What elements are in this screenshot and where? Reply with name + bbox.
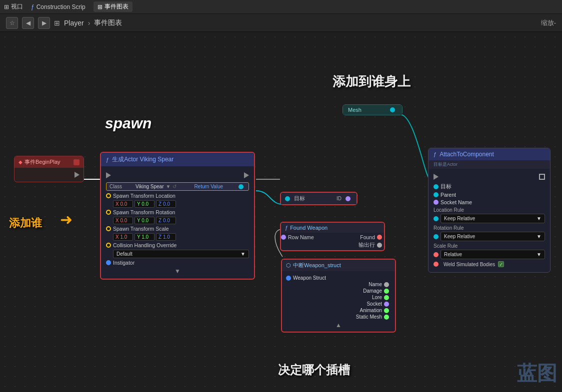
attach-target-row: 目标 [434,183,545,190]
loc-z: Z 0.0 [156,200,176,208]
struct-body: Weapon Struct Name Damage Lore Socket An… [282,271,395,332]
begin-play-title: 事件BeginPlay [24,158,60,166]
loc-y: Y 0.0 [134,200,154,208]
scale-rule-row: Relative ▼ [434,250,545,259]
bookmark-button[interactable]: ☆ [6,17,18,29]
output-label: 输出行 [358,242,375,249]
location-pin [106,193,111,198]
static-mesh-pin [384,315,389,320]
location-rule-dropdown[interactable]: Keep Relative ▼ [440,214,545,223]
title-bar: ⊞ 视口 ƒ Construction Scrip ⊞ 事件图表 [0,0,562,14]
spawn-exec-out [244,172,249,178]
rotation-pin [106,210,111,215]
node-found-weapon[interactable]: ƒ Found Weapon Row Name Found 输出行 [280,222,385,251]
struct-expand[interactable]: ▲ [286,322,391,329]
struct-input-label: Weapon Struct [293,275,326,281]
attach-parent-pin [434,192,438,197]
struct-damage-label: Damage [363,288,382,294]
spawn-rotation-row: Spawn Transform Rotation [106,209,249,215]
script-tab[interactable]: ƒ Construction Scrip [31,3,86,10]
node-spawn[interactable]: ƒ 生成Actor Viking Spear Class Viking Spea… [100,152,255,280]
rotation-rule-dropdown[interactable]: Keep Relative ▼ [440,232,545,241]
spawn-rotation-label: Spawn Transform Rotation [113,209,175,215]
spawn-exec-in [106,172,111,178]
target-id-label: ID [336,196,342,201]
spawn-collision-label: Collision Handling Override [113,242,176,248]
decide-slot-annotation: 决定哪个插槽 [278,362,350,378]
damage-pin [384,289,389,294]
rot-x: X 0.0 [113,217,133,224]
expand-arrow[interactable]: ▼ [106,268,249,275]
rotation-rule-pin [434,234,438,239]
mesh-output-pin [390,107,395,112]
struct-anim-row: Animation [286,308,391,313]
row-name-pin [281,235,286,240]
spawn-scale-label: Spawn Transform Scale [113,226,168,232]
rot-y: Y 0.0 [134,217,154,224]
spawn-exec-row [106,170,249,180]
node-begin-play[interactable]: ◆ 事件BeginPlay [14,156,84,182]
event-tab[interactable]: ⊞ 事件图表 [94,1,132,12]
weld-checkbox[interactable]: ✓ [498,261,504,267]
struct-input-row: Weapon Struct [286,275,391,281]
spawn-location-row: Spawn Transform Location [106,193,249,199]
collision-dropdown[interactable]: Default ▼ [113,250,249,258]
found-weapon-header: ƒ Found Weapon [281,223,384,233]
struct-lore-label: Lore [372,295,382,300]
begin-play-header: ◆ 事件BeginPlay [14,156,84,168]
scale-rule-pin [434,252,438,257]
mesh-title: Mesh [348,107,362,113]
location-rule-row: Keep Relative ▼ [434,214,545,223]
anim-pin [384,308,389,313]
struct-name-label: Name [368,282,382,287]
attach-header: ƒ AttachToComponent [428,148,550,160]
node-target[interactable]: 目标 ID [280,192,358,205]
found-row-name: Row Name Found [281,234,384,240]
struct-header: ⬡ 中断Weapon_struct [282,260,395,271]
scale-rule-dropdown[interactable]: Relative ▼ [440,250,545,259]
back-button[interactable]: ◀ [22,17,34,29]
weld-row: Weld Simulated Bodies ✓ [434,261,545,267]
rotation-rule-row: Keep Relative ▼ [434,232,545,241]
target-input-pin [285,196,290,201]
struct-socket-label: Socket [366,301,382,307]
node-attach[interactable]: ƒ AttachToComponent 目标是Actor 目标 Parent [428,148,550,273]
grid-icon: ⊞ [4,3,9,10]
rot-z: Z 0.0 [156,217,176,224]
window-menu[interactable]: ⊞ 视口 [4,2,23,11]
struct-damage-row: Damage [286,288,391,294]
forward-button[interactable]: ▶ [38,17,50,29]
attach-title: AttachToComponent [440,151,494,158]
blueprint-canvas[interactable]: spawn 添加到谁身上 添加谁 ➜ 决定哪个插槽 ◆ 事件BeginPlay … [0,32,562,392]
attach-socket-pin [434,200,438,205]
struct-anim-label: Animation [360,308,382,313]
scale-x: X 1.0 [113,233,133,241]
instigator-pin [106,260,111,265]
name-pin [384,282,389,287]
attach-parent-label: Parent [440,192,456,198]
id-pin [346,196,350,201]
node-mesh[interactable]: Mesh [342,104,402,115]
spawn-location-xyz: X 0.0 Y 0.0 Z 0.0 [113,200,249,208]
spawn-scale-row: Spawn Transform Scale [106,226,249,232]
found-pin [377,235,382,240]
attach-body: 目标 Parent Socket Name Location Rule Keep… [428,169,550,272]
rotation-rule-label: Rotation Rule [434,225,545,231]
event-grid-icon: ⊞ [98,3,102,10]
spawn-class-row: Class Viking Spear ▼ ↺ Return Value [106,182,249,191]
node-struct[interactable]: ⬡ 中断Weapon_struct Weapon Struct Name Dam… [281,259,396,333]
weld-label: Weld Simulated Bodies [444,262,495,267]
return-value-pin [238,184,244,189]
return-value-label: Return Value [194,184,223,189]
found-weapon-title: Found Weapon [290,225,328,231]
collision-pin [106,243,111,248]
window-label: 视口 [11,2,23,11]
star-icon: ☆ [10,19,15,26]
loc-x: X 0.0 [113,200,133,208]
target-header: 目标 ID [281,193,356,204]
row-name-label: Row Name [288,234,314,240]
lore-pin [384,295,389,300]
attach-socket-label: Socket Name [440,199,472,205]
mesh-header: Mesh [343,105,402,115]
spawn-header: ƒ 生成Actor Viking Spear [101,153,254,166]
